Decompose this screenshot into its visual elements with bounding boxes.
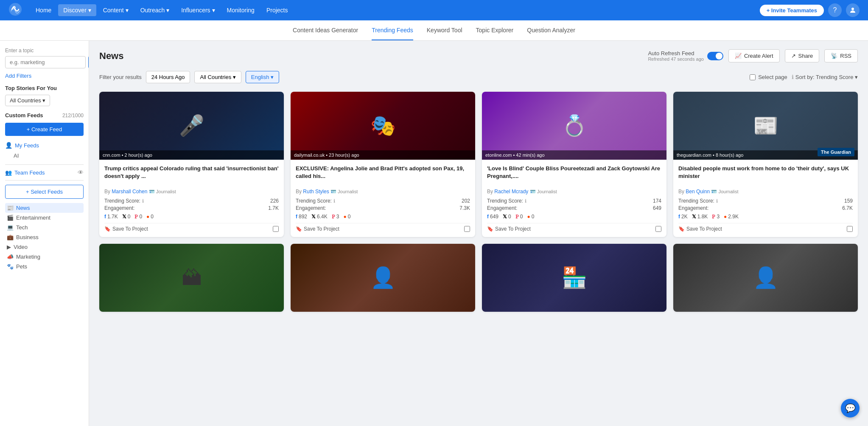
card-select-checkbox-3[interactable] xyxy=(655,226,661,232)
pinterest-stat-2: 𝙿 3 xyxy=(332,214,339,220)
card-author-1: By Marshall Cohen 🪪 Journalist xyxy=(104,189,279,195)
engagement-value-4: 6.7K xyxy=(842,205,853,211)
card-image-4[interactable]: 📰 theguardian.com • 8 hour(s) ago The Gu… xyxy=(673,92,858,160)
save-project-button-4[interactable]: 🔖 Save To Project xyxy=(678,226,722,232)
marketing-icon: 📣 xyxy=(7,254,14,260)
article-card-5: 🏔 xyxy=(99,244,284,312)
reddit-stat-3: ● 0 xyxy=(527,214,534,220)
reddit-stat-2: ● 0 xyxy=(343,214,350,220)
cards-grid: 🎤 cnn.com • 2 hour(s) ago Trump critics … xyxy=(99,92,858,237)
sort-button[interactable]: ℹ Sort by: Trending Score ▾ xyxy=(792,74,858,80)
feed-item-ai[interactable]: AI xyxy=(5,151,84,160)
x-icon-1: 𝕏 xyxy=(122,214,126,220)
article-card-2: 🎭 dailymail.co.uk • 23 hour(s) ago EXCLU… xyxy=(291,92,475,237)
help-button[interactable]: ? xyxy=(828,3,842,17)
category-news[interactable]: 📰 News xyxy=(5,203,84,213)
journalist-badge-2: 🪪 Journalist xyxy=(330,189,358,194)
card-select-checkbox-4[interactable] xyxy=(847,226,853,232)
country-filter-button[interactable]: All Countries ▾ xyxy=(194,71,241,83)
article-card-8: 👤 xyxy=(673,244,858,312)
auto-refresh-toggle[interactable] xyxy=(707,52,723,60)
sidebar: Enter a topic Add Filters Top Stories Fo… xyxy=(0,41,89,426)
x-stat-2: 𝕏 6.4K xyxy=(311,214,328,220)
save-project-button-3[interactable]: 🔖 Save To Project xyxy=(487,226,531,232)
category-pets[interactable]: 🐾 Pets xyxy=(5,262,84,271)
header-right: Auto Refresh Feed Refreshed 47 seconds a… xyxy=(648,49,858,62)
category-tech[interactable]: 💻 Tech xyxy=(5,223,84,232)
share-button[interactable]: ↗ Share xyxy=(785,49,820,62)
card-image-7[interactable]: 🏪 xyxy=(482,244,666,312)
top-stories-heading: Top Stories For You xyxy=(5,85,84,91)
nav-projects[interactable]: Projects xyxy=(261,4,293,16)
tab-content-ideas[interactable]: Content Ideas Generator xyxy=(293,21,358,40)
team-feeds-eye-icon[interactable]: 👁 xyxy=(78,169,84,176)
engagement-row-4: Engagement: 6.7K xyxy=(678,205,853,211)
create-alert-button[interactable]: 📈 Create Alert xyxy=(728,49,780,62)
card-select-checkbox-1[interactable] xyxy=(273,226,279,232)
time-filter-button[interactable]: 24 Hours Ago xyxy=(146,71,190,83)
author-link-1[interactable]: Marshall Cohen xyxy=(112,189,147,195)
rss-button[interactable]: 📡 RSS xyxy=(824,49,858,62)
entertainment-icon: 🎬 xyxy=(7,214,14,221)
countries-dropdown[interactable]: All Countries ▾ xyxy=(5,95,50,106)
facebook-icon-3: f xyxy=(487,214,489,220)
pinterest-icon-3: 𝙿 xyxy=(515,214,519,220)
tab-keyword-tool[interactable]: Keyword Tool xyxy=(427,21,462,40)
author-link-3[interactable]: Rachel Mcrady xyxy=(494,189,528,195)
nav-monitoring[interactable]: Monitoring xyxy=(222,4,260,16)
pinterest-stat-4: 𝙿 3 xyxy=(712,214,720,220)
user-avatar-button[interactable] xyxy=(846,3,860,17)
save-project-button-1[interactable]: 🔖 Save To Project xyxy=(104,226,148,232)
search-input[interactable] xyxy=(5,56,86,68)
card-image-6[interactable]: 👤 xyxy=(291,244,475,312)
category-video[interactable]: ▶ Video xyxy=(5,242,84,252)
tab-topic-explorer[interactable]: Topic Explorer xyxy=(476,21,514,40)
save-project-button-2[interactable]: 🔖 Save To Project xyxy=(296,226,339,232)
card-image-3[interactable]: 💍 etonline.com • 42 min(s) ago xyxy=(482,92,666,160)
card-image-2[interactable]: 🎭 dailymail.co.uk • 23 hour(s) ago xyxy=(291,92,475,160)
author-link-4[interactable]: Ben Quinn xyxy=(686,189,710,195)
facebook-stat-3: f 649 xyxy=(487,214,498,220)
select-feeds-button[interactable]: + Select Feeds xyxy=(5,185,84,199)
logo[interactable] xyxy=(8,3,22,18)
person-icon: 👤 xyxy=(5,142,12,149)
x-icon-4: 𝕏 xyxy=(692,214,696,220)
card-footer-1: 🔖 Save To Project xyxy=(104,223,279,232)
tab-trending-feeds[interactable]: Trending Feeds xyxy=(372,21,413,40)
language-filter-button[interactable]: English ▾ xyxy=(246,71,279,83)
add-filters-link[interactable]: Add Filters xyxy=(5,73,84,79)
category-marketing[interactable]: 📣 Marketing xyxy=(5,252,84,262)
team-feeds-header[interactable]: 👥 Team Feeds xyxy=(5,169,45,176)
select-page-checkbox[interactable] xyxy=(750,74,756,80)
tab-question-analyzer[interactable]: Question Analyzer xyxy=(527,21,575,40)
card-image-8[interactable]: 👤 xyxy=(673,244,858,312)
engagement-value-1: 1.7K xyxy=(268,205,279,211)
trending-info-icon-3[interactable]: ℹ xyxy=(525,198,526,204)
category-entertainment[interactable]: 🎬 Entertainment xyxy=(5,213,84,223)
facebook-stat-1: f 1.7K xyxy=(104,214,118,220)
chat-bubble[interactable]: 💬 xyxy=(841,399,860,418)
trending-info-icon-1[interactable]: ℹ xyxy=(142,198,144,204)
nav-content[interactable]: Content ▾ xyxy=(98,4,134,16)
sub-nav: Content Ideas Generator Trending Feeds K… xyxy=(0,20,868,41)
trending-info-icon-2[interactable]: ℹ xyxy=(333,198,335,204)
article-card-7: 🏪 xyxy=(482,244,666,312)
card-image-5[interactable]: 🏔 xyxy=(99,244,284,312)
alert-icon: 📈 xyxy=(735,53,742,59)
nav-discover[interactable]: Discover ▾ xyxy=(58,4,96,16)
team-icon: 👥 xyxy=(5,169,12,176)
my-feeds-header[interactable]: 👤 My Feeds xyxy=(5,142,84,149)
nav-outreach[interactable]: Outreach ▾ xyxy=(135,4,174,16)
author-link-2[interactable]: Ruth Styles xyxy=(303,189,329,195)
nav-influencers[interactable]: Influencers ▾ xyxy=(176,4,220,16)
nav-home[interactable]: Home xyxy=(31,4,56,16)
trending-info-icon-4[interactable]: ℹ xyxy=(716,198,718,204)
category-business[interactable]: 💼 Business xyxy=(5,232,84,242)
invite-teammates-button[interactable]: + Invite Teammates xyxy=(760,5,824,16)
card-image-1[interactable]: 🎤 cnn.com • 2 hour(s) ago xyxy=(99,92,284,160)
filter-bar: Filter your results 24 Hours Ago All Cou… xyxy=(99,71,858,83)
guardian-badge: The Guardian xyxy=(818,148,854,156)
top-nav: Home Discover ▾ Content ▾ Outreach ▾ Inf… xyxy=(0,0,868,20)
create-feed-button[interactable]: + Create Feed xyxy=(5,123,84,136)
card-select-checkbox-2[interactable] xyxy=(464,226,470,232)
